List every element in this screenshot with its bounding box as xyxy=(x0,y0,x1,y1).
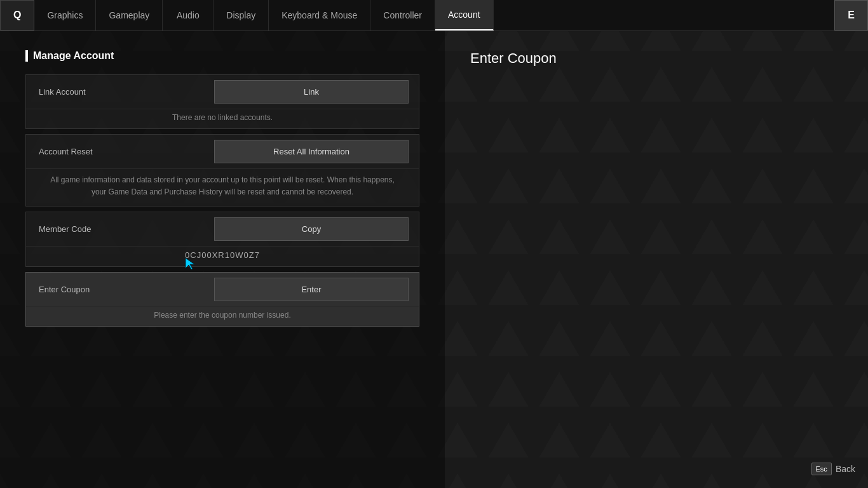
nav-item-display[interactable]: Display xyxy=(214,0,269,30)
nav-item-keyboard-mouse[interactable]: Keyboard & Mouse xyxy=(269,0,370,30)
copy-button[interactable]: Copy xyxy=(214,217,409,241)
q-key-icon[interactable]: Q xyxy=(0,0,34,30)
section-title-bar xyxy=(25,50,28,62)
enter-coupon-info: Please enter the coupon number issued. xyxy=(26,307,419,326)
right-section-title: Enter Coupon xyxy=(470,50,843,67)
reset-all-button[interactable]: Reset All Information xyxy=(214,140,409,163)
account-reset-block: Account Reset Reset All Information All … xyxy=(25,134,419,207)
back-key: Esc xyxy=(811,463,832,475)
nav-item-graphics[interactable]: Graphics xyxy=(34,0,96,30)
member-code-block: Member Code Copy 0CJ00XR10W0Z7 xyxy=(25,212,419,267)
e-key-icon[interactable]: E xyxy=(834,0,868,30)
back-label: Back xyxy=(836,464,855,474)
enter-coupon-label: Enter Coupon xyxy=(26,277,204,302)
member-code-control: Copy xyxy=(204,212,419,246)
nav-item-gameplay[interactable]: Gameplay xyxy=(96,0,163,30)
link-account-row: Link Account Link xyxy=(26,75,419,109)
svg-marker-0 xyxy=(186,258,194,269)
link-account-label: Link Account xyxy=(26,79,204,104)
nav-item-account[interactable]: Account xyxy=(435,0,494,30)
link-account-info: There are no linked accounts. xyxy=(26,109,419,128)
account-reset-control: Reset All Information xyxy=(204,135,419,168)
right-section: Enter Coupon xyxy=(445,31,868,488)
enter-coupon-row: Enter Coupon Enter xyxy=(26,273,419,307)
account-reset-label: Account Reset xyxy=(26,139,204,164)
section-title: Manage Account xyxy=(25,50,419,62)
nav-item-audio[interactable]: Audio xyxy=(163,0,214,30)
link-account-block: Link Account Link There are no linked ac… xyxy=(25,74,419,129)
enter-coupon-block: Enter Coupon Enter Please enter the coup… xyxy=(25,272,419,327)
main-content: Manage Account Link Account Link There a… xyxy=(0,31,868,488)
enter-coupon-button[interactable]: Enter xyxy=(214,278,409,301)
enter-coupon-control: Enter xyxy=(204,273,419,306)
link-button[interactable]: Link xyxy=(214,80,409,104)
member-code-value: 0CJ00XR10W0Z7 xyxy=(26,247,419,266)
back-button[interactable]: Esc Back xyxy=(811,463,855,475)
member-code-row: Member Code Copy xyxy=(26,212,419,247)
navbar: Q Graphics Gameplay Audio Display Keyboa… xyxy=(0,0,868,31)
nav-item-controller[interactable]: Controller xyxy=(370,0,435,30)
account-reset-info: All game information and data stored in … xyxy=(26,169,419,206)
link-account-control: Link xyxy=(204,75,419,109)
left-section: Manage Account Link Account Link There a… xyxy=(0,31,445,488)
account-reset-row: Account Reset Reset All Information xyxy=(26,135,419,169)
member-code-label: Member Code xyxy=(26,217,204,241)
